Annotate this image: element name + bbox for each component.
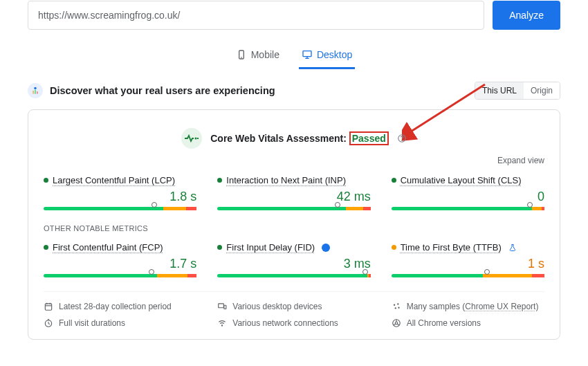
svg-point-5	[34, 87, 37, 90]
svg-rect-8	[37, 91, 37, 94]
status-dot	[392, 245, 396, 250]
distribution-bar	[392, 274, 544, 277]
core-vitals-grid: Largest Contentful Paint (LCP) 1.8 s Int…	[44, 175, 544, 210]
discover-header: Discover what your real users are experi…	[28, 82, 560, 100]
chrome-icon	[392, 318, 401, 328]
status-dot	[44, 245, 48, 250]
metric-value: 0	[392, 190, 544, 204]
toggle-this-url[interactable]: This URL	[475, 82, 524, 99]
assessment-row: Core Web Vitals Assessment: Passed	[44, 128, 544, 149]
footer-devices: Various desktop devices	[217, 302, 370, 311]
calendar-icon	[44, 302, 53, 311]
discover-icon	[28, 83, 43, 98]
assessment-label: Core Web Vitals Assessment: Passed	[210, 133, 389, 144]
metric-value: 1 s	[392, 257, 544, 271]
devices-icon	[217, 302, 227, 311]
metric-lcp: Largest Contentful Paint (LCP) 1.8 s	[44, 175, 196, 210]
metric-name[interactable]: Largest Contentful Paint (LCP)	[53, 175, 175, 185]
status-dot	[392, 178, 396, 183]
crux-panel: Core Web Vitals Assessment: Passed Expan…	[28, 109, 560, 340]
status-dot	[44, 178, 48, 183]
svg-point-24	[398, 307, 399, 309]
svg-point-22	[397, 303, 398, 304]
status-dot	[217, 178, 222, 183]
distribution-bar	[217, 274, 370, 277]
panel-footer: Latest 28-day collection period Various …	[44, 291, 544, 339]
expand-view-link[interactable]: Expand view	[44, 156, 544, 165]
experimental-icon[interactable]	[508, 244, 517, 252]
svg-rect-6	[33, 91, 34, 94]
search-bar: Analyze	[28, 1, 560, 30]
distribution-bar	[44, 274, 196, 277]
svg-line-34	[394, 324, 396, 325]
footer-versions: All Chrome versions	[392, 318, 544, 328]
device-tabs: Mobile Desktop	[28, 44, 560, 69]
svg-point-11	[195, 138, 197, 140]
footer-durations: Full visit durations	[44, 318, 196, 328]
distribution-bar	[217, 207, 370, 210]
metric-fcp: First Contentful Paint (FCP) 1.7 s	[44, 242, 196, 277]
info-badge-icon[interactable]	[322, 244, 330, 252]
metric-value: 1.7 s	[44, 257, 196, 271]
discover-title: Discover what your real users are experi…	[50, 85, 275, 96]
assessment-status: Passed	[349, 131, 389, 145]
help-icon[interactable]	[397, 134, 407, 143]
svg-rect-7	[35, 90, 35, 94]
scope-toggle: This URL Origin	[475, 82, 560, 100]
metric-ttfb: Time to First Byte (TTFB) 1 s	[392, 242, 544, 277]
svg-point-29	[222, 325, 223, 326]
tab-desktop[interactable]: Desktop	[299, 44, 355, 69]
svg-point-21	[394, 304, 395, 306]
footer-network: Various network connections	[217, 318, 370, 328]
crux-report-link[interactable]: Chrome UX Report	[465, 302, 535, 311]
other-metrics-label: OTHER NOTABLE METRICS	[44, 224, 544, 232]
metric-name[interactable]: First Input Delay (FID)	[226, 242, 315, 253]
tab-desktop-label: Desktop	[317, 49, 352, 60]
svg-point-14	[401, 140, 402, 141]
mobile-icon	[236, 49, 247, 60]
metric-name[interactable]: Interaction to Next Paint (INP)	[226, 175, 346, 185]
footer-samples: Many samples (Chrome UX Report)	[392, 302, 544, 311]
metric-fid: First Input Delay (FID) 3 ms	[217, 242, 370, 277]
status-dot	[217, 245, 222, 250]
metric-inp: Interaction to Next Paint (INP) 42 ms	[217, 175, 370, 210]
svg-rect-20	[224, 305, 226, 309]
svg-rect-19	[219, 304, 224, 308]
metric-value: 42 ms	[217, 190, 370, 204]
footer-period: Latest 28-day collection period	[44, 302, 196, 311]
metric-name[interactable]: Cumulative Layout Shift (CLS)	[401, 175, 522, 185]
pulse-icon	[181, 128, 202, 149]
svg-rect-2	[303, 51, 311, 57]
assessment-text: Core Web Vitals Assessment:	[210, 133, 347, 144]
wifi-icon	[217, 318, 227, 328]
analyze-button[interactable]: Analyze	[493, 1, 560, 30]
samples-icon	[392, 302, 401, 311]
metric-name[interactable]: Time to First Byte (TTFB)	[401, 242, 502, 253]
metric-cls: Cumulative Layout Shift (CLS) 0	[392, 175, 544, 210]
other-metrics-grid: First Contentful Paint (FCP) 1.7 s First…	[44, 242, 544, 277]
metric-value: 3 ms	[217, 257, 370, 271]
desktop-icon	[302, 49, 313, 60]
svg-line-27	[48, 324, 50, 324]
clock-icon	[44, 318, 53, 328]
svg-point-23	[394, 307, 396, 309]
svg-line-33	[397, 324, 399, 325]
distribution-bar	[44, 207, 196, 210]
distribution-bar	[392, 207, 544, 210]
metric-value: 1.8 s	[44, 190, 196, 204]
url-input[interactable]	[28, 1, 484, 30]
svg-rect-15	[45, 304, 51, 310]
metric-name[interactable]: First Contentful Paint (FCP)	[53, 242, 163, 253]
tab-mobile[interactable]: Mobile	[233, 44, 282, 69]
toggle-origin[interactable]: Origin	[524, 82, 560, 99]
tab-mobile-label: Mobile	[251, 49, 279, 60]
